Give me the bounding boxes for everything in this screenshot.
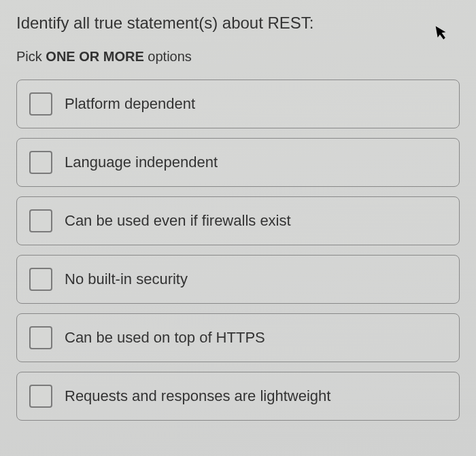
option-row[interactable]: Can be used even if firewalls exist <box>16 196 460 245</box>
checkbox[interactable] <box>29 385 52 408</box>
option-label: Language independent <box>65 154 218 171</box>
option-label: No built-in security <box>65 270 188 288</box>
checkbox[interactable] <box>29 326 52 349</box>
checkbox[interactable] <box>29 92 52 116</box>
option-row[interactable]: Requests and responses are lightweight <box>16 372 460 421</box>
instruction-prefix: Pick <box>16 49 46 64</box>
instruction-text: Pick ONE OR MORE options <box>16 49 460 65</box>
option-label: Can be used on top of HTTPS <box>65 329 265 347</box>
instruction-suffix: options <box>144 49 192 64</box>
option-row[interactable]: Platform dependent <box>16 80 460 128</box>
checkbox[interactable] <box>29 268 52 291</box>
option-label: Platform dependent <box>65 95 195 113</box>
option-row[interactable]: No built-in security <box>16 255 460 304</box>
options-list: Platform dependent Language independent … <box>16 80 460 421</box>
checkbox[interactable] <box>29 151 52 174</box>
question-title: Identify all true statement(s) about RES… <box>16 14 460 33</box>
option-row[interactable]: Language independent <box>16 138 460 187</box>
checkbox[interactable] <box>29 209 52 232</box>
option-row[interactable]: Can be used on top of HTTPS <box>16 313 460 362</box>
option-label: Can be used even if firewalls exist <box>65 212 291 230</box>
option-label: Requests and responses are lightweight <box>65 387 330 405</box>
instruction-bold: ONE OR MORE <box>46 49 143 64</box>
